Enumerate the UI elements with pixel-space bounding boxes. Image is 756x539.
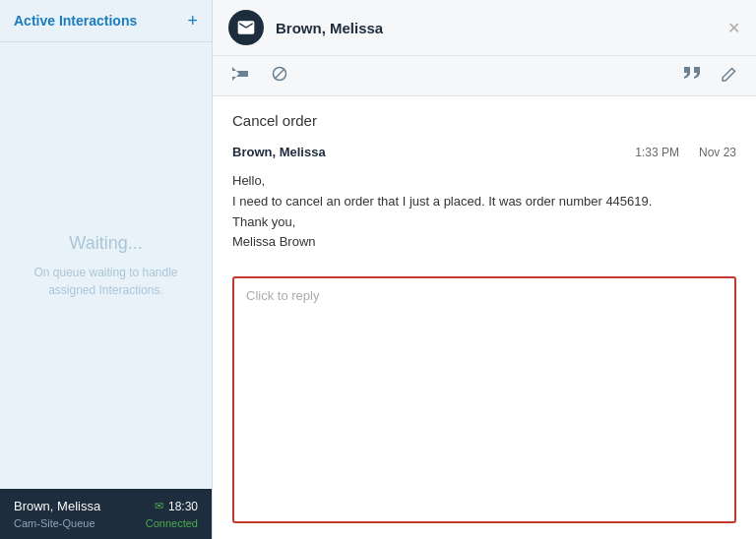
forward-icon <box>232 67 250 81</box>
interaction-time-wrap: ✉ 18:30 <box>155 500 198 513</box>
interaction-status: Connected <box>146 517 198 529</box>
reply-placeholder: Click to reply <box>246 288 319 303</box>
interaction-time: 18:30 <box>168 500 198 513</box>
quote-icon <box>684 67 700 81</box>
email-avatar-icon <box>236 18 256 37</box>
svg-line-1 <box>275 69 284 79</box>
edit-button[interactable] <box>718 65 740 88</box>
block-icon <box>272 66 287 82</box>
interaction-row-top: Brown, Melissa ✉ 18:30 <box>14 499 198 513</box>
forward-button[interactable] <box>228 65 254 87</box>
email-datetime: 1:33 PM Nov 23 <box>635 146 736 159</box>
block-button[interactable] <box>268 64 291 88</box>
left-header: Active Interactions + <box>0 0 212 42</box>
interaction-row-bottom: Cam-Site-Queue Connected <box>14 517 198 529</box>
toolbar-left <box>228 64 291 88</box>
content-area: Cancel order Brown, Melissa 1:33 PM Nov … <box>213 96 756 539</box>
contact-info: Brown, Melissa <box>228 10 383 45</box>
interaction-item[interactable]: Brown, Melissa ✉ 18:30 Cam-Site-Queue Co… <box>0 489 212 539</box>
interaction-queue: Cam-Site-Queue <box>14 517 95 529</box>
waiting-title: Waiting... <box>69 233 142 254</box>
edit-icon <box>722 67 736 82</box>
toolbar <box>213 56 756 96</box>
quote-button[interactable] <box>680 65 704 87</box>
email-sender: Brown, Melissa <box>232 145 326 159</box>
toolbar-right <box>680 65 740 88</box>
email-icon: ✉ <box>155 500 163 512</box>
email-time: 1:33 PM <box>635 146 679 159</box>
right-panel: Brown, Melissa ✕ <box>212 0 756 539</box>
active-interactions-title: Active Interactions <box>14 13 137 29</box>
waiting-section: Waiting... On queue waiting to handle as… <box>0 42 212 489</box>
reply-area[interactable]: Click to reply <box>232 276 736 523</box>
interaction-contact-name: Brown, Melissa <box>14 499 100 513</box>
email-meta: Brown, Melissa 1:33 PM Nov 23 <box>232 145 736 159</box>
right-header: Brown, Melissa ✕ <box>213 0 756 56</box>
contact-name: Brown, Melissa <box>276 20 383 36</box>
email-date: Nov 23 <box>699 146 736 159</box>
email-body: Hello,I need to cancel an order that I j… <box>232 171 736 253</box>
waiting-description: On queue waiting to handle assigned Inte… <box>20 264 192 299</box>
close-button[interactable]: ✕ <box>727 19 740 37</box>
email-subject: Cancel order <box>232 112 736 129</box>
add-interaction-button[interactable]: + <box>187 12 198 30</box>
left-panel: Active Interactions + Waiting... On queu… <box>0 0 212 539</box>
avatar <box>228 10 264 45</box>
